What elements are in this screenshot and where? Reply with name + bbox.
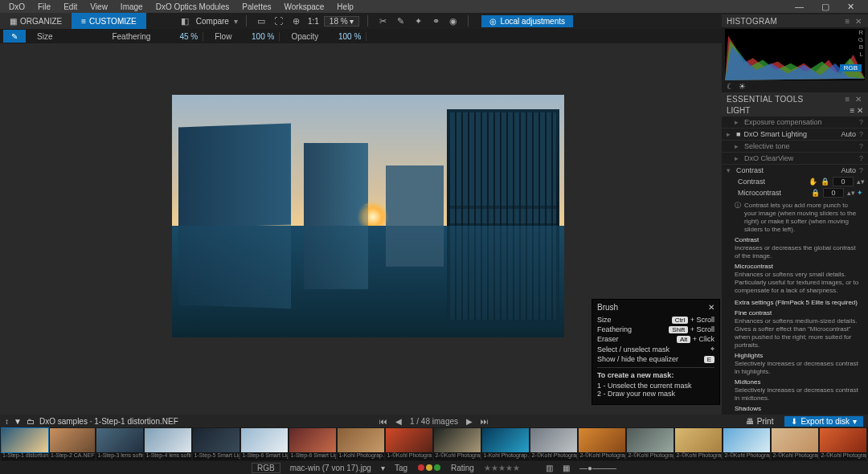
menu-palettes[interactable]: Palettes	[236, 2, 276, 12]
histogram-header[interactable]: HISTOGRAM	[727, 17, 777, 26]
thumbnail-caption: 1-Step-4 lens softn…	[145, 452, 191, 460]
thumbnail[interactable]: 2-©Kohl Photograp…	[579, 428, 625, 460]
sort-icon[interactable]: ↕	[5, 417, 9, 426]
image-canvas[interactable]	[172, 95, 564, 337]
thumbnail[interactable]: 2-©Kohl Photograp…	[820, 428, 866, 460]
sun-icon[interactable]: ☀	[739, 82, 746, 91]
thumbnail[interactable]: 1-Step-5 Smart Lig…	[193, 428, 240, 460]
exposure-row[interactable]: Exposure compensation	[744, 118, 856, 126]
status-rgb[interactable]: RGB	[252, 463, 280, 473]
thumbnail[interactable]: 2-©Kohl Photograp…	[434, 428, 481, 460]
clearview-row[interactable]: DxO ClearView	[744, 154, 856, 162]
tag-dots[interactable]	[417, 464, 441, 472]
zoom-percent[interactable]: 18 % ▾	[324, 16, 360, 27]
contrast-slider-label: Contrast	[738, 178, 805, 186]
moon-icon[interactable]: ☾	[727, 82, 734, 91]
essential-header[interactable]: ESSENTIAL TOOLS	[727, 95, 803, 104]
fullscreen-icon[interactable]: ⛶	[272, 14, 285, 27]
export-icon: ⬇	[791, 417, 797, 426]
menu-help[interactable]: Help	[331, 2, 359, 12]
menu-optics[interactable]: DxO Optics Modules	[150, 2, 235, 12]
window-minimize-icon[interactable]: —	[789, 1, 809, 13]
menu-image[interactable]: Image	[115, 2, 149, 12]
window-restore-icon[interactable]: ▢	[816, 1, 835, 13]
window-close-icon[interactable]: ✕	[841, 1, 860, 13]
layout-icon[interactable]: ▥	[546, 464, 553, 472]
compare-icon[interactable]: ◧	[178, 14, 191, 27]
prev-page-icon[interactable]: ◀	[395, 417, 402, 426]
thumbnail-caption: 1-Kohl Photograp…	[482, 452, 529, 460]
thumbnail[interactable]: 1-Step-6 Smart Lig…	[289, 428, 336, 460]
thumbnail-caption: 1-Step-2 CA.NEF	[50, 452, 95, 460]
thumbnail[interactable]: 1-Kohl Photograp…	[482, 428, 529, 460]
fit-screen-icon[interactable]: ▭	[255, 14, 268, 27]
thumbnail[interactable]: 1-Step-1 distortion…	[2, 428, 48, 460]
wb-icon[interactable]: ✦	[411, 14, 424, 27]
thumbnail-caption: 1-Step-1 distortion…	[2, 452, 48, 460]
mode-customize-button[interactable]: ≡ CUSTOMIZE	[72, 13, 146, 29]
last-page-icon[interactable]: ⏭	[481, 417, 489, 426]
thumbnail[interactable]: 2-©Kohl Photograp…	[530, 428, 577, 460]
next-page-icon[interactable]: ▶	[466, 417, 473, 426]
print-button[interactable]: 🖶Print	[739, 416, 780, 427]
thumbnail[interactable]: 1-Step-4 lens softn…	[145, 428, 191, 460]
rating-stars[interactable]: ★★★★★	[484, 464, 520, 472]
thumbnail[interactable]: 1-Kohl Photograp…	[338, 428, 384, 460]
flow-value[interactable]: 100 %	[236, 32, 280, 41]
mode-organize-button[interactable]: ▦ ORGANIZE	[0, 13, 72, 29]
thumbnail-caption: 2-©Kohl Photograp…	[579, 452, 625, 460]
crop-icon[interactable]: ✂	[376, 14, 389, 27]
first-page-icon[interactable]: ⏮	[379, 417, 387, 426]
layout2-icon[interactable]: ▦	[563, 464, 570, 472]
thumbnail[interactable]: 1-©Kohl Photogra…	[386, 428, 432, 460]
export-button[interactable]: ⬇Export to disk ▾	[784, 416, 863, 427]
thumbnail-caption: 1-©Kohl Photogra…	[386, 452, 432, 460]
thumbnail[interactable]: 2-©Kohl Photograp…	[675, 428, 722, 460]
redeye-icon[interactable]: ◉	[447, 14, 460, 27]
light-header[interactable]: LIGHT	[727, 106, 750, 115]
thumbnail[interactable]: 1-Step-3 lens softn…	[96, 428, 143, 460]
wand-icon[interactable]: ✦	[857, 189, 863, 197]
link-icon[interactable]: ⚭	[429, 14, 442, 27]
opacity-value[interactable]: 100 %	[323, 32, 366, 41]
thumbnail[interactable]: 2-©Kohl Photograp…	[772, 428, 818, 460]
thumbnail[interactable]: 1-Step-6 Smart Lig…	[241, 428, 288, 460]
filmstrip[interactable]: 1-Step-1 distortion…1-Step-2 CA.NEF1-Ste…	[0, 427, 868, 461]
selective-tone-row[interactable]: Selective tone	[744, 142, 856, 150]
thumbnail-caption: 1-Step-6 Smart Lig…	[241, 452, 288, 460]
close-icon[interactable]: ✕	[708, 303, 714, 312]
hand-cursor-icon: ✋	[809, 178, 817, 186]
thumbnail[interactable]: 2-©Kohl Photograp…	[723, 428, 770, 460]
rgb-tag[interactable]: RGB	[840, 64, 862, 72]
thumbnail-caption: 2-©Kohl Photograp…	[723, 452, 770, 460]
microcontrast-value[interactable]: 0	[823, 188, 844, 198]
local-adjustments-button[interactable]: ◎ Local adjustments	[481, 15, 573, 27]
thumbnail[interactable]: 1-Step-2 CA.NEF	[50, 428, 95, 460]
thumbnail-caption: 1-Step-6 Smart Lig…	[289, 452, 336, 460]
status-tag-label: Tag	[395, 464, 407, 472]
thumbnail-caption: 2-©Kohl Photograp…	[675, 452, 722, 460]
filter-icon[interactable]: ▼	[14, 417, 22, 426]
menu-workspace[interactable]: Workspace	[279, 2, 330, 12]
menu-view[interactable]: View	[84, 2, 113, 12]
status-rating-label: Rating	[451, 464, 474, 472]
contrast-help: ⓘContrast lets you add more punch to you…	[722, 198, 868, 415]
smart-lighting-row[interactable]: DxO Smart Lighting	[743, 130, 837, 138]
thumbnail[interactable]: 2-©Kohl Photograp…	[627, 428, 674, 460]
zoom-11-button[interactable]: 1:1	[308, 17, 319, 26]
thumbnail-caption: 2-©Kohl Photograp…	[434, 452, 481, 460]
compare-button[interactable]: Compare	[196, 17, 229, 26]
size-label: Size	[32, 32, 57, 41]
zoom-fit-icon[interactable]: ⊕	[290, 14, 303, 27]
contrast-row[interactable]: Contrast	[736, 166, 837, 174]
brush-icon[interactable]: ✎	[394, 14, 407, 27]
menu-file[interactable]: File	[32, 2, 56, 12]
feathering-value[interactable]: 45 %	[155, 32, 203, 41]
thumbnail-caption: 1-Step-5 Smart Lig…	[193, 452, 240, 460]
menu-edit[interactable]: Edit	[58, 2, 83, 12]
breadcrumb[interactable]: DxO samples · 1-Step-1 distortion.NEF	[39, 417, 178, 426]
brush-tool-active[interactable]: ✎	[3, 30, 26, 43]
side-panel: HISTOGRAM≡ ✕ RGB RGBL ☾☀ ESSENTIAL TOOLS…	[722, 14, 868, 415]
page-indicator: 1 / 48 images	[410, 417, 458, 426]
contrast-value[interactable]: 0	[833, 177, 854, 186]
